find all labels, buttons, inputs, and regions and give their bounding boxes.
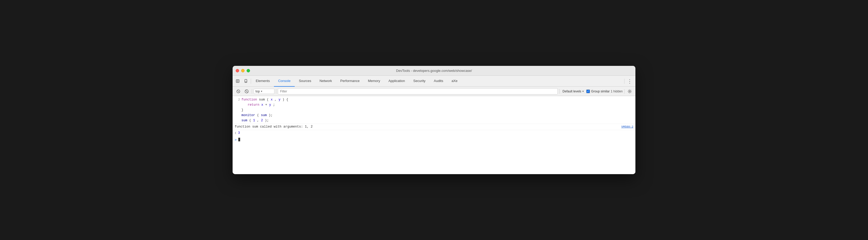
tab-network[interactable]: Network [315, 76, 336, 87]
output-text: function sum called with arguments: 1, 2 [235, 125, 621, 129]
toolbar-separator [251, 79, 251, 84]
tab-performance[interactable]: Performance [336, 76, 364, 87]
maximize-button[interactable] [247, 69, 250, 72]
console-separator-3 [559, 89, 560, 94]
filter-input[interactable] [278, 88, 558, 95]
svg-line-9 [246, 90, 248, 92]
console-settings-button[interactable] [626, 88, 633, 95]
return-chevron: ❮ [235, 131, 237, 135]
tab-security[interactable]: Security [409, 76, 430, 87]
level-label: Default levels [563, 89, 581, 93]
svg-point-10 [629, 90, 630, 92]
inspect-element-button[interactable] [234, 77, 242, 85]
minimize-button[interactable] [241, 69, 245, 72]
console-separator-2 [276, 89, 276, 94]
arg-1: 1 [253, 119, 255, 122]
context-value: top [255, 89, 260, 93]
device-toolbar-button[interactable] [242, 77, 250, 85]
svg-point-5 [246, 82, 246, 82]
return-value-line: ❮ 3 [232, 130, 636, 136]
code-line-3: } [241, 107, 631, 113]
kw-return: return [248, 103, 259, 107]
clear-console-button[interactable] [243, 88, 250, 95]
context-dropdown-arrow: ▾ [261, 90, 262, 93]
tab-audits[interactable]: Audits [430, 76, 447, 87]
text-cursor [238, 138, 240, 141]
fn-sum-call: sum [241, 119, 247, 122]
code-input-block: 2 function sum ( x , y ) { return x [232, 96, 636, 124]
code-line-4: monitor ( sum ); [241, 113, 631, 118]
devtools-window: DevTools - developers.google.com/web/sho… [232, 66, 636, 174]
fn-sum-ref: sum [261, 113, 267, 117]
param-x: x [271, 98, 273, 102]
code-line-1: function sum ( x , y ) { [241, 97, 631, 102]
file-reference[interactable]: VM580:2 [621, 125, 633, 129]
traffic-lights [236, 69, 250, 72]
output-message-line: function sum called with arguments: 1, 2… [232, 124, 636, 130]
tab-sources[interactable]: Sources [295, 76, 315, 87]
tab-elements[interactable]: Elements [252, 76, 274, 87]
param-y: y [279, 98, 281, 102]
input-line-number: 2 [232, 97, 240, 102]
log-level-selector[interactable]: Default levels ▾ [561, 89, 585, 94]
input-prompt: > [235, 137, 237, 142]
console-output: 2 function sum ( x , y ) { return x [232, 96, 636, 174]
tab-memory[interactable]: Memory [364, 76, 384, 87]
code-content: function sum ( x , y ) { return x + y ; [241, 97, 636, 123]
window-title: DevTools - developers.google.com/web/sho… [396, 69, 472, 73]
nav-tabs: Elements Console Sources Network Perform… [252, 76, 624, 87]
hidden-count[interactable]: 1 hidden [611, 89, 623, 93]
console-separator-1 [252, 89, 252, 94]
group-similar-toggle[interactable]: Group similar [586, 89, 610, 93]
console-input-line[interactable]: > [232, 136, 636, 143]
more-tools-button[interactable]: ⋮ [626, 78, 633, 85]
level-dropdown-arrow: ▾ [582, 90, 584, 93]
code-line-2: return x + y ; [241, 102, 631, 107]
tab-application[interactable]: Application [384, 76, 409, 87]
toolbar-right: ⋮ [624, 78, 634, 85]
fn-name: sum [259, 98, 267, 102]
var-y: y [269, 103, 271, 107]
close-button[interactable] [236, 69, 239, 72]
console-toolbar: top ▾ Default levels ▾ Group similar 1 h… [232, 87, 636, 96]
group-similar-label: Group similar [591, 89, 610, 93]
code-line-5: sum ( 1 , 2 ); [241, 118, 631, 123]
titlebar: DevTools - developers.google.com/web/sho… [232, 66, 636, 76]
tab-axe[interactable]: aXe [447, 76, 462, 87]
tab-console[interactable]: Console [274, 76, 295, 87]
kw-function: function [241, 98, 257, 102]
main-toolbar: Elements Console Sources Network Perform… [232, 76, 636, 87]
fn-monitor: monitor [241, 113, 255, 117]
context-selector[interactable]: top ▾ [254, 89, 274, 94]
var-x: x [261, 103, 264, 107]
return-value: 3 [238, 131, 240, 136]
arg-2: 2 [261, 119, 263, 122]
svg-line-7 [238, 90, 239, 92]
preserve-log-button[interactable] [235, 88, 242, 95]
group-similar-checkbox[interactable] [586, 89, 590, 93]
